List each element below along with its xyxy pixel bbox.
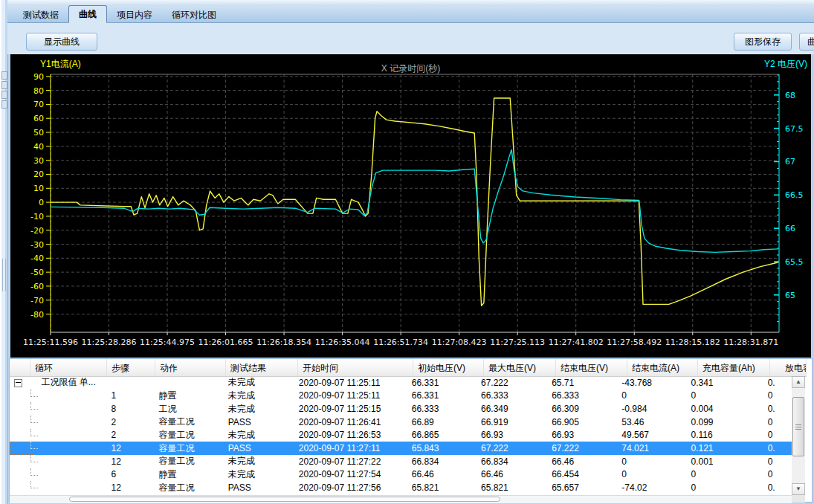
svg-text:11:27:25.113: 11:27:25.113 xyxy=(490,337,545,347)
cell-start-time: 2020-09-07 11:25:11 xyxy=(293,378,406,388)
svg-text:67: 67 xyxy=(785,157,795,167)
cell-v-end: 65.71 xyxy=(546,378,616,388)
horizontal-scrollbar-thumb[interactable] xyxy=(69,497,500,502)
cell-cap-discharge: 0. xyxy=(756,378,792,388)
cell-step: 12 xyxy=(106,456,153,467)
cell-v-init: 66.331 xyxy=(406,378,475,388)
svg-text:66: 66 xyxy=(785,224,795,233)
svg-text:-50: -50 xyxy=(30,268,44,277)
column-header-result[interactable]: 测试结果 xyxy=(226,359,298,376)
table-row[interactable]: 12容量工况未完成2020-09-07 11:27:2266.83466.834… xyxy=(10,455,792,468)
table-row[interactable]: 2容量工况未完成2020-09-07 11:26:5366.86566.9366… xyxy=(10,429,792,442)
svg-text:68: 68 xyxy=(785,91,795,100)
table-row[interactable]: 12容量工况PASS2020-09-07 11:27:1165.84367.22… xyxy=(10,442,792,455)
svg-text:-10: -10 xyxy=(30,212,44,222)
show-curve-button[interactable]: 显示曲线 xyxy=(26,33,97,51)
curve-partial-button[interactable]: 曲 xyxy=(799,33,814,51)
cell-v-end: 67.222 xyxy=(546,443,616,453)
tab-cycle-compare[interactable]: 循环对比图 xyxy=(162,7,226,22)
svg-text:11:26:18.354: 11:26:18.354 xyxy=(256,337,311,347)
svg-text:70: 70 xyxy=(33,100,44,109)
svg-text:11:28:15.182: 11:28:15.182 xyxy=(665,337,720,347)
column-header-action[interactable]: 动作 xyxy=(155,359,226,376)
scroll-down-button[interactable]: ▼ xyxy=(792,483,805,495)
scrollbar-corner xyxy=(792,495,805,503)
tree-guide-line xyxy=(30,468,38,476)
column-header-i-end[interactable]: 结束电流(A) xyxy=(627,359,698,376)
svg-text:11:25:28.286: 11:25:28.286 xyxy=(82,337,137,347)
svg-text:65: 65 xyxy=(785,291,795,300)
cell-v-end: 66.454 xyxy=(546,469,616,479)
cell-result: 未完成 xyxy=(222,429,293,442)
svg-text:60: 60 xyxy=(33,114,44,123)
table-row[interactable]: 2容量工况PASS2020-09-07 11:26:4166.8966.9196… xyxy=(10,416,792,429)
svg-text:30: 30 xyxy=(33,156,44,166)
tab-curve[interactable]: 曲线 xyxy=(68,5,107,23)
cell-i-end: -43.768 xyxy=(616,378,685,388)
cell-cap-charge: 0 xyxy=(685,390,756,401)
scroll-up-button[interactable]: ▲ xyxy=(792,376,805,388)
cell-cap-discharge: 0 xyxy=(756,390,792,401)
cell-v-end: 66.333 xyxy=(546,390,616,401)
svg-text:-60: -60 xyxy=(30,282,44,291)
cell-v-init: 66.89 xyxy=(406,417,475,427)
cell-v-init: 66.865 xyxy=(406,430,475,440)
svg-text:11:26:01.665: 11:26:01.665 xyxy=(198,337,253,347)
cell-result: PASS xyxy=(222,443,293,453)
svg-text:-70: -70 xyxy=(30,296,44,306)
cell-cap-discharge: 0 xyxy=(756,430,792,440)
focus-rect xyxy=(10,442,34,455)
table-row[interactable]: 12容量工况PASS2020-09-07 11:27:5665.82165.82… xyxy=(10,481,792,494)
column-header-cycle[interactable]: 循环 xyxy=(30,359,107,376)
svg-text:-80: -80 xyxy=(30,310,44,320)
app-window: 测试数据 曲线 项目内容 循环对比图 显示曲线 图形保存 曲 Y1电流(A) X… xyxy=(0,0,814,504)
tab-test-data[interactable]: 测试数据 xyxy=(13,7,68,22)
tab-project-content[interactable]: 项目内容 xyxy=(107,7,162,22)
column-header-v-max[interactable]: 最大电压(V) xyxy=(484,359,556,376)
cell-step: 1 xyxy=(106,390,153,401)
svg-text:11:25:44.975: 11:25:44.975 xyxy=(140,337,195,347)
tree-gutter-header xyxy=(10,359,30,376)
cell-cap-charge: 0.001 xyxy=(685,456,756,467)
cell-v-max: 66.349 xyxy=(475,404,546,414)
cell-step: 8 xyxy=(106,404,153,414)
cell-v-max: 66.46 xyxy=(475,469,546,479)
column-header-start-time[interactable]: 开始时间 xyxy=(298,359,413,376)
cell-start-time: 2020-09-07 11:25:15 xyxy=(293,404,406,414)
cell-action: 静置 xyxy=(152,390,222,402)
table-row[interactable]: 1静置未完成2020-09-07 11:25:1166.33166.33366.… xyxy=(10,390,792,403)
cell-cap-discharge: 0 xyxy=(756,456,792,467)
strip-icon xyxy=(1,71,7,80)
cell-v-max: 66.919 xyxy=(475,417,546,427)
cell-v-end: 66.46 xyxy=(546,456,616,467)
column-header-v-init[interactable]: 初始电压(V) xyxy=(413,359,484,376)
cell-v-init: 66.331 xyxy=(406,390,475,401)
curve-plot-canvas[interactable]: 9080706050403020100-10-20-30-40-50-60-70… xyxy=(10,54,811,358)
column-header-step[interactable]: 步骤 xyxy=(107,359,155,376)
cell-i-end: -74.02 xyxy=(616,482,685,493)
svg-text:90: 90 xyxy=(33,72,44,82)
horizontal-scrollbar[interactable] xyxy=(10,495,792,503)
cell-result: 未完成 xyxy=(222,390,293,402)
vertical-scrollbar[interactable]: ▲ ▼ xyxy=(792,376,805,495)
column-header-v-end[interactable]: 结束电压(V) xyxy=(556,359,627,376)
cell-result: PASS xyxy=(222,417,293,427)
splitter-grip[interactable] xyxy=(2,259,6,291)
vertical-scrollbar-thumb[interactable] xyxy=(792,397,804,456)
tree-guide-line xyxy=(30,481,38,488)
cell-v-max: 65.821 xyxy=(475,482,546,493)
save-graph-button[interactable]: 图形保存 xyxy=(734,33,792,51)
table-row[interactable]: 8工况未完成2020-09-07 11:25:1566.33366.34966.… xyxy=(10,402,792,416)
tree-guide-line xyxy=(30,416,38,423)
svg-text:11:26:35.044: 11:26:35.044 xyxy=(315,337,370,347)
column-header-cap-discharge[interactable]: 放电容 xyxy=(770,359,807,376)
table-row[interactable]: 工况限值 单...未完成2020-09-07 11:25:1166.33167.… xyxy=(10,376,792,390)
thumb-grip-icon xyxy=(795,424,801,430)
tree-guide-line xyxy=(30,455,38,462)
table-row[interactable]: 6静置未完成2020-09-07 11:27:5466.4666.4666.45… xyxy=(10,468,792,482)
cell-i-end: 74.021 xyxy=(616,443,685,453)
cell-i-end: 53.46 xyxy=(616,417,685,427)
cell-start-time: 2020-09-07 11:26:41 xyxy=(293,417,406,427)
cell-start-time: 2020-09-07 11:26:53 xyxy=(293,430,406,440)
column-header-cap-charge[interactable]: 充电容量(Ah) xyxy=(698,359,770,376)
